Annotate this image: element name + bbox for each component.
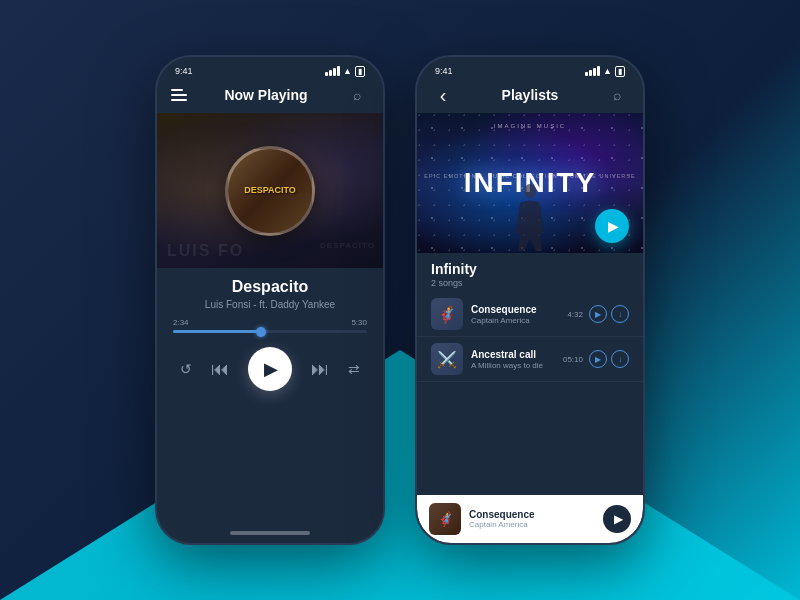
battery-icon: ▮ <box>355 66 365 77</box>
playback-controls: ↺ ⏮ ▶ ⏭ ⇄ <box>157 337 383 405</box>
np-header: Now Playing ⌕ <box>157 79 383 113</box>
brand-label: IMAGINE MUSIC <box>494 123 566 129</box>
signal-bars-right <box>585 66 600 76</box>
status-icons-right: ▲ ▮ <box>585 66 625 77</box>
figure-silhouette <box>510 183 550 253</box>
status-bar-left: 9:41 ▲ ▮ <box>157 57 383 79</box>
np-bar-title: Consequence <box>469 509 595 520</box>
song-artist: Luis Fonsi - ft. Daddy Yankee <box>171 299 369 310</box>
song-title: Despacito <box>171 278 369 296</box>
list-item: ⚔️ Ancestral call A Million ways to die … <box>417 337 643 382</box>
next-button[interactable]: ⏭ <box>311 359 329 380</box>
play-song-1-button[interactable]: ▶ <box>589 305 607 323</box>
status-time-right: 9:41 <box>435 66 453 76</box>
album-art-circle: DESPACITO <box>225 146 315 236</box>
np-bar-details: Consequence Captain America <box>469 509 595 529</box>
song-details-2: Ancestral call A Million ways to die <box>471 349 555 370</box>
search-icon-pl: ⌕ <box>613 87 621 103</box>
home-indicator <box>230 531 310 535</box>
shuffle-button[interactable]: ⇄ <box>348 361 360 377</box>
play-icon-cover: ▶ <box>608 218 619 234</box>
bg-text-1: LUIS FO <box>167 242 244 260</box>
song-actions-1: 4:32 ▶ ↓ <box>567 305 629 323</box>
song-title-1: Consequence <box>471 304 559 315</box>
now-playing-bar: 🦸 Consequence Captain America ▶ <box>417 495 643 543</box>
song-duration-2: 05:10 <box>563 355 583 364</box>
play-song-2-button[interactable]: ▶ <box>589 350 607 368</box>
repeat-icon: ↺ <box>180 361 192 377</box>
back-icon <box>440 84 447 107</box>
search-button[interactable]: ⌕ <box>345 83 369 107</box>
download-song-2-button[interactable]: ↓ <box>611 350 629 368</box>
playlists-phone: 9:41 ▲ ▮ Playlists ⌕ IMAGINE MUSIC INFIN… <box>415 55 645 545</box>
np-bar-thumb: 🦸 <box>429 503 461 535</box>
cover-subtitle: EPIC EMOTIONAL MUSIC COLLECTION FROM THE… <box>424 173 635 179</box>
wifi-icon-right: ▲ <box>603 66 612 76</box>
progress-fill <box>173 330 260 333</box>
play-icon: ▶ <box>264 358 278 380</box>
song-thumb-2: ⚔️ <box>431 343 463 375</box>
total-time: 5:30 <box>351 318 367 327</box>
status-icons: ▲ ▮ <box>325 66 365 77</box>
song-info: Despacito Luis Fonsi - ft. Daddy Yankee <box>157 268 383 314</box>
playlist-info: Infinity 2 songs <box>417 253 643 292</box>
pl-header: Playlists ⌕ <box>417 79 643 113</box>
shuffle-icon: ⇄ <box>348 361 360 377</box>
back-button[interactable] <box>431 83 455 107</box>
song-count: 2 songs <box>431 278 629 288</box>
playlist-name: Infinity <box>431 261 629 277</box>
song-actions-2: 05:10 ▶ ↓ <box>563 350 629 368</box>
search-icon: ⌕ <box>353 87 361 103</box>
wifi-icon: ▲ <box>343 66 352 76</box>
np-bar-play-icon: ▶ <box>614 512 623 526</box>
song-duration-1: 4:32 <box>567 310 583 319</box>
time-display: 2:34 5:30 <box>173 318 367 327</box>
song-artist-2: A Million ways to die <box>471 361 555 370</box>
current-time: 2:34 <box>173 318 189 327</box>
progress-area: 2:34 5:30 <box>157 314 383 337</box>
prev-icon: ⏮ <box>211 359 229 380</box>
song-artist-1: Captain America <box>471 316 559 325</box>
next-icon: ⏭ <box>311 359 329 380</box>
battery-icon-right: ▮ <box>615 66 625 77</box>
repeat-button[interactable]: ↺ <box>180 361 192 377</box>
download-song-1-button[interactable]: ↓ <box>611 305 629 323</box>
signal-bars <box>325 66 340 76</box>
prev-button[interactable]: ⏮ <box>211 359 229 380</box>
album-background: LUIS FO DESPACITO DESPACITO <box>157 113 383 268</box>
status-time: 9:41 <box>175 66 193 76</box>
song-thumb-1: 🦸 <box>431 298 463 330</box>
playlist-cover: IMAGINE MUSIC INFINITY EPIC EMOTIONAL MU… <box>417 113 643 253</box>
progress-bar[interactable] <box>173 330 367 333</box>
now-playing-phone: 9:41 ▲ ▮ Now Playing ⌕ LUIS FO DESPACITO <box>155 55 385 545</box>
bg-text-2: DESPACITO <box>320 241 375 250</box>
np-bar-play-button[interactable]: ▶ <box>603 505 631 533</box>
list-item: 🦸 Consequence Captain America 4:32 ▶ ↓ <box>417 292 643 337</box>
play-pause-button[interactable]: ▶ <box>248 347 292 391</box>
song-list: 🦸 Consequence Captain America 4:32 ▶ ↓ ⚔… <box>417 292 643 495</box>
np-bar-artist: Captain America <box>469 520 595 529</box>
cover-play-button[interactable]: ▶ <box>595 209 629 243</box>
search-button-pl[interactable]: ⌕ <box>605 83 629 107</box>
menu-button[interactable] <box>171 89 187 101</box>
svg-point-0 <box>524 184 536 198</box>
progress-thumb[interactable] <box>256 327 266 337</box>
song-details-1: Consequence Captain America <box>471 304 559 325</box>
page-title-playlists: Playlists <box>502 87 559 103</box>
album-art-label: DESPACITO <box>228 149 312 233</box>
song-title-2: Ancestral call <box>471 349 555 360</box>
status-bar-right: 9:41 ▲ ▮ <box>417 57 643 79</box>
page-title: Now Playing <box>224 87 307 103</box>
